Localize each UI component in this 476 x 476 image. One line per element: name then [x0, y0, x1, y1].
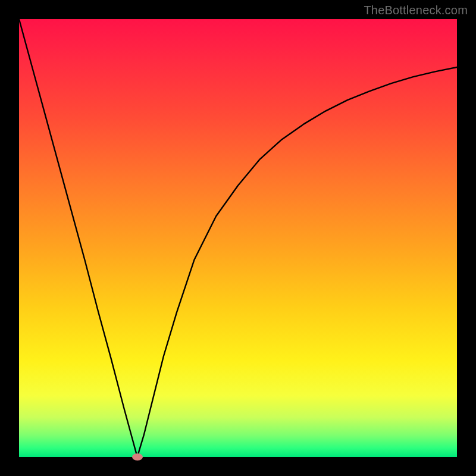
chart-frame: TheBottleneck.com	[0, 0, 476, 476]
minimum-marker	[132, 453, 143, 461]
curve-path	[19, 19, 457, 457]
watermark-label: TheBottleneck.com	[364, 4, 468, 17]
plot-area	[19, 19, 457, 457]
bottleneck-curve	[19, 19, 457, 457]
